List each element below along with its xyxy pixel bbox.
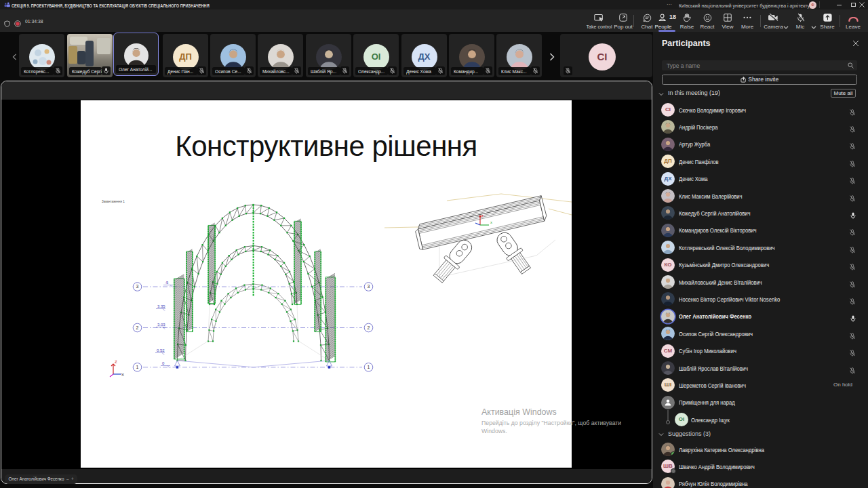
svg-text:-5: -5: [165, 281, 169, 285]
svg-text:0.52: 0.52: [157, 348, 165, 352]
svg-text:x: x: [490, 220, 492, 224]
svg-text:Завантаження 1: Завантаження 1: [102, 200, 125, 203]
svg-text:1: 1: [368, 365, 370, 369]
svg-text:1: 1: [136, 365, 139, 369]
svg-text:2: 2: [136, 325, 139, 330]
svg-text:X: X: [121, 373, 124, 377]
svg-text:Z: Z: [115, 360, 117, 364]
svg-text:z: z: [481, 214, 484, 218]
svg-text:2: 2: [368, 325, 370, 330]
svg-text:3.03: 3.03: [157, 323, 165, 327]
svg-text:3: 3: [136, 284, 139, 289]
svg-text:0: 0: [162, 361, 165, 365]
svg-text:3: 3: [368, 284, 370, 289]
svg-text:3.35: 3.35: [157, 304, 165, 308]
